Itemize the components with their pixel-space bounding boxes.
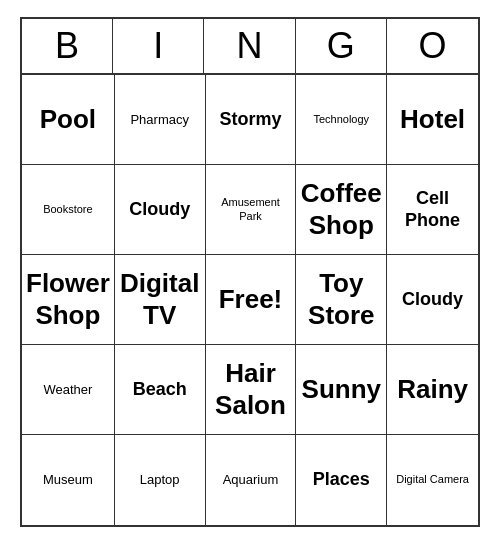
bingo-cell-10[interactable]: Flower Shop bbox=[22, 255, 115, 345]
bingo-cell-1[interactable]: Pharmacy bbox=[115, 75, 206, 165]
bingo-letter-B: B bbox=[22, 19, 113, 73]
bingo-cell-20[interactable]: Museum bbox=[22, 435, 115, 525]
bingo-card: BINGO PoolPharmacyStormyTechnologyHotelB… bbox=[20, 17, 480, 527]
bingo-cell-8[interactable]: Coffee Shop bbox=[296, 165, 387, 255]
bingo-cell-24[interactable]: Digital Camera bbox=[387, 435, 478, 525]
bingo-cell-11[interactable]: Digital TV bbox=[115, 255, 206, 345]
bingo-cell-3[interactable]: Technology bbox=[296, 75, 387, 165]
bingo-cell-0[interactable]: Pool bbox=[22, 75, 115, 165]
bingo-cell-4[interactable]: Hotel bbox=[387, 75, 478, 165]
bingo-letter-I: I bbox=[113, 19, 204, 73]
bingo-cell-18[interactable]: Sunny bbox=[296, 345, 387, 435]
bingo-letter-O: O bbox=[387, 19, 478, 73]
bingo-cell-17[interactable]: Hair Salon bbox=[206, 345, 297, 435]
bingo-cell-19[interactable]: Rainy bbox=[387, 345, 478, 435]
bingo-cell-9[interactable]: Cell Phone bbox=[387, 165, 478, 255]
bingo-letter-G: G bbox=[296, 19, 387, 73]
bingo-cell-7[interactable]: Amusement Park bbox=[206, 165, 297, 255]
bingo-grid: PoolPharmacyStormyTechnologyHotelBooksto… bbox=[22, 75, 478, 525]
bingo-cell-5[interactable]: Bookstore bbox=[22, 165, 115, 255]
bingo-cell-2[interactable]: Stormy bbox=[206, 75, 297, 165]
bingo-header: BINGO bbox=[22, 19, 478, 75]
bingo-cell-15[interactable]: Weather bbox=[22, 345, 115, 435]
bingo-cell-12[interactable]: Free! bbox=[206, 255, 297, 345]
bingo-cell-6[interactable]: Cloudy bbox=[115, 165, 206, 255]
bingo-cell-16[interactable]: Beach bbox=[115, 345, 206, 435]
bingo-cell-22[interactable]: Aquarium bbox=[206, 435, 297, 525]
bingo-cell-23[interactable]: Places bbox=[296, 435, 387, 525]
bingo-cell-21[interactable]: Laptop bbox=[115, 435, 206, 525]
bingo-cell-14[interactable]: Cloudy bbox=[387, 255, 478, 345]
bingo-cell-13[interactable]: Toy Store bbox=[296, 255, 387, 345]
bingo-letter-N: N bbox=[204, 19, 295, 73]
